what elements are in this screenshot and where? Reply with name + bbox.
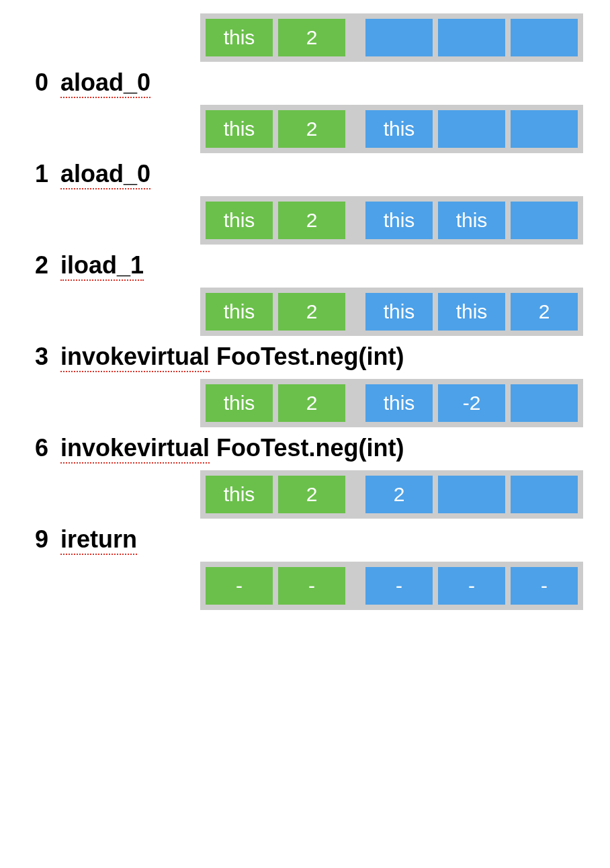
stack-state-row: this2 bbox=[27, 13, 583, 62]
stack-state-row: this2thisthis2 bbox=[27, 288, 583, 336]
instruction-row: 3invokevirtual FooTest.neg(int) bbox=[27, 343, 583, 371]
local-var-cell: this bbox=[206, 202, 273, 239]
stack-container: this2 bbox=[200, 13, 583, 62]
opcode: invokevirtual bbox=[60, 434, 210, 464]
local-var-cell: 2 bbox=[278, 110, 345, 148]
local-var-cell: - bbox=[206, 567, 273, 605]
local-var-cell: this bbox=[206, 110, 273, 148]
operand-stack-cell: this bbox=[438, 202, 505, 239]
local-var-cell: this bbox=[206, 384, 273, 422]
instruction-index: 6 bbox=[27, 434, 48, 462]
operand-stack-cell bbox=[438, 19, 505, 56]
operand: FooTest.neg(int) bbox=[216, 434, 404, 462]
instruction-text: aload_0 bbox=[60, 160, 150, 188]
instruction-index: 1 bbox=[27, 160, 48, 188]
stack-state-row: ----- bbox=[27, 562, 583, 610]
stack-state-row: this2thisthis bbox=[27, 196, 583, 245]
operand-stack-cell: -2 bbox=[438, 384, 505, 422]
operand-stack-cell bbox=[511, 19, 578, 56]
instruction-index: 2 bbox=[27, 251, 48, 279]
stack-state-row: this22 bbox=[27, 470, 583, 519]
operand-stack-cell bbox=[511, 384, 578, 422]
stack-container: this22 bbox=[200, 470, 583, 519]
operand: FooTest.neg(int) bbox=[216, 343, 404, 370]
instruction-index: 9 bbox=[27, 525, 48, 554]
local-var-cell: 2 bbox=[278, 202, 345, 239]
operand-stack-cell: 2 bbox=[365, 476, 433, 513]
stack-container: this2this bbox=[200, 105, 583, 153]
opcode: iload_1 bbox=[60, 251, 144, 281]
instruction-text: invokevirtual FooTest.neg(int) bbox=[60, 343, 404, 371]
local-var-cell: 2 bbox=[278, 384, 345, 422]
stack-container: this2thisthis bbox=[200, 196, 583, 245]
operand-stack-cell: - bbox=[438, 567, 505, 605]
local-var-cell: - bbox=[278, 567, 345, 605]
operand-stack-cell: - bbox=[365, 567, 433, 605]
operand-stack-cell: this bbox=[365, 202, 433, 239]
opcode: aload_0 bbox=[60, 69, 150, 98]
instruction-text: iload_1 bbox=[60, 251, 144, 279]
stack-container: this2thisthis2 bbox=[200, 288, 583, 336]
instruction-row: 9ireturn bbox=[27, 525, 583, 554]
instruction-text: invokevirtual FooTest.neg(int) bbox=[60, 434, 404, 462]
local-var-cell: 2 bbox=[278, 476, 345, 513]
instruction-row: 0aload_0 bbox=[27, 69, 583, 97]
operand-stack-cell: this bbox=[438, 293, 505, 331]
operand-stack-cell bbox=[511, 110, 578, 148]
opcode: ireturn bbox=[60, 525, 137, 555]
separator-gap bbox=[351, 110, 360, 148]
stack-state-row: this2this-2 bbox=[27, 379, 583, 427]
instruction-index: 0 bbox=[27, 69, 48, 97]
separator-gap bbox=[351, 202, 360, 239]
operand-stack-cell: this bbox=[365, 384, 433, 422]
local-var-cell: this bbox=[206, 19, 273, 56]
instruction-text: aload_0 bbox=[60, 69, 150, 97]
opcode: invokevirtual bbox=[60, 343, 210, 372]
operand-stack-cell bbox=[438, 476, 505, 513]
instruction-row: 6invokevirtual FooTest.neg(int) bbox=[27, 434, 583, 462]
separator-gap bbox=[351, 19, 360, 56]
local-var-cell: 2 bbox=[278, 293, 345, 331]
operand-stack-cell bbox=[511, 202, 578, 239]
instruction-text: ireturn bbox=[60, 525, 137, 554]
operand-stack-cell: 2 bbox=[511, 293, 578, 331]
local-var-cell: this bbox=[206, 293, 273, 331]
separator-gap bbox=[351, 384, 360, 422]
separator-gap bbox=[351, 476, 360, 513]
operand-stack-cell: - bbox=[511, 567, 578, 605]
instruction-index: 3 bbox=[27, 343, 48, 371]
operand-stack-cell bbox=[438, 110, 505, 148]
instruction-row: 1aload_0 bbox=[27, 160, 583, 188]
instruction-row: 2iload_1 bbox=[27, 251, 583, 279]
stack-container: this2this-2 bbox=[200, 379, 583, 427]
opcode: aload_0 bbox=[60, 160, 150, 189]
stack-container: ----- bbox=[200, 562, 583, 610]
separator-gap bbox=[351, 567, 360, 605]
operand-stack-cell bbox=[511, 476, 578, 513]
operand-stack-cell: this bbox=[365, 293, 433, 331]
local-var-cell: this bbox=[206, 476, 273, 513]
stack-state-row: this2this bbox=[27, 105, 583, 153]
operand-stack-cell bbox=[365, 19, 433, 56]
local-var-cell: 2 bbox=[278, 19, 345, 56]
operand-stack-cell: this bbox=[365, 110, 433, 148]
separator-gap bbox=[351, 293, 360, 331]
